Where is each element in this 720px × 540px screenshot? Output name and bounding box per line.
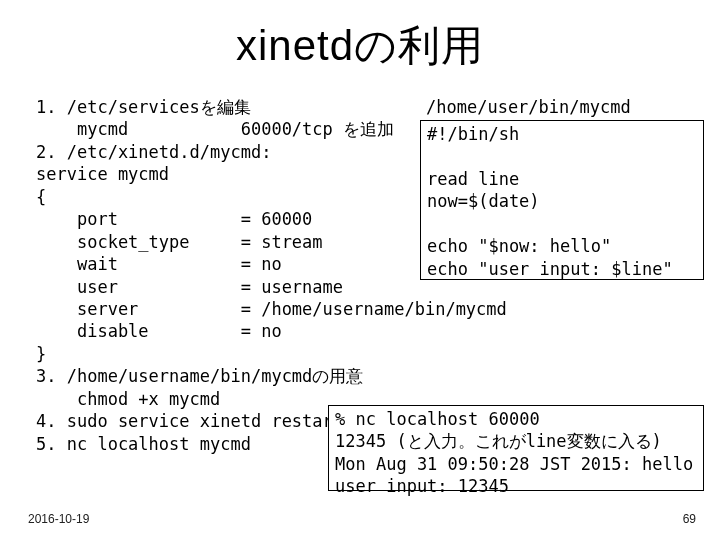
terminal-output-box: % nc localhost 60000 12345 (と入力。これがline変…	[328, 405, 704, 491]
script-body-box: #!/bin/sh read line now=$(date) echo "$n…	[420, 120, 704, 280]
page-number: 69	[683, 512, 696, 526]
script-path-label: /home/user/bin/mycmd	[420, 96, 690, 118]
footer-date: 2016-10-19	[28, 512, 89, 526]
slide: xinetdの利用 1. /etc/servicesを編集 mycmd 6000…	[0, 0, 720, 540]
page-title: xinetdの利用	[0, 18, 720, 74]
